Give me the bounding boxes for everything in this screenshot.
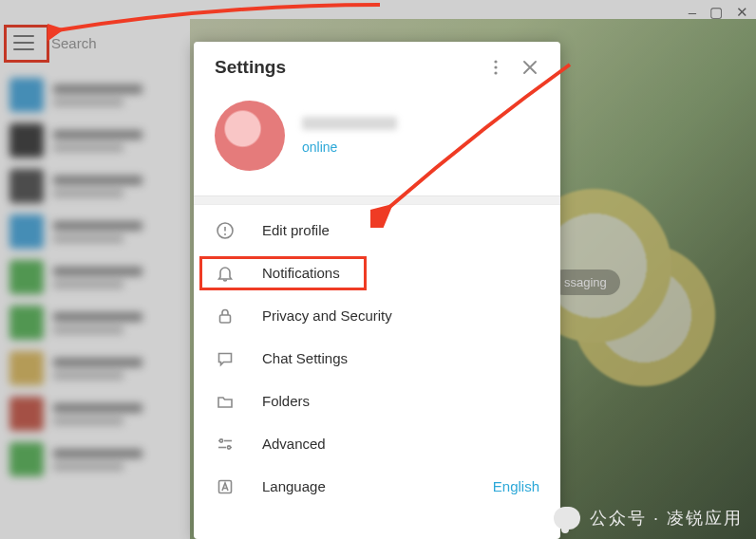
svg-point-0 bbox=[494, 60, 497, 63]
menu-item-label: Advanced bbox=[262, 436, 539, 452]
speech-bubble-icon bbox=[554, 507, 580, 530]
menu-item-label: Chat Settings bbox=[262, 350, 539, 366]
profile-name bbox=[302, 117, 397, 130]
kebab-icon bbox=[494, 60, 498, 75]
privacy-icon bbox=[215, 306, 236, 326]
avatar[interactable] bbox=[215, 101, 285, 171]
menu-item-language[interactable]: LanguageEnglish bbox=[194, 465, 560, 508]
watermark-text: 公众号 · 凌锐应用 bbox=[590, 507, 743, 530]
svg-rect-6 bbox=[220, 315, 231, 323]
menu-item-label: Notifications bbox=[262, 265, 539, 281]
settings-modal: Settings online Edit profileNotification… bbox=[194, 42, 560, 539]
svg-point-10 bbox=[227, 445, 230, 448]
settings-menu: Edit profileNotificationsPrivacy and Sec… bbox=[194, 205, 560, 511]
menu-item-label: Folders bbox=[262, 393, 539, 409]
settings-header: Settings bbox=[194, 42, 560, 93]
menu-item-value: English bbox=[493, 478, 539, 494]
profile-status: online bbox=[302, 139, 397, 155]
svg-point-2 bbox=[494, 71, 497, 74]
more-button[interactable] bbox=[479, 50, 513, 84]
divider bbox=[194, 195, 560, 205]
menu-item-notifications[interactable]: Notifications bbox=[194, 251, 560, 294]
close-icon bbox=[523, 61, 537, 74]
menu-item-privacy[interactable]: Privacy and Security bbox=[194, 294, 560, 337]
svg-point-7 bbox=[219, 438, 222, 441]
menu-item-edit-profile[interactable]: Edit profile bbox=[194, 209, 560, 251]
language-icon bbox=[215, 476, 236, 497]
menu-item-chat-settings[interactable]: Chat Settings bbox=[194, 337, 560, 380]
svg-point-1 bbox=[494, 65, 497, 68]
settings-title: Settings bbox=[215, 57, 479, 78]
watermark: 公众号 · 凌锐应用 bbox=[554, 507, 743, 530]
folders-icon bbox=[215, 391, 236, 412]
menu-item-folders[interactable]: Folders bbox=[194, 380, 560, 422]
menu-item-advanced[interactable]: Advanced bbox=[194, 422, 560, 465]
advanced-icon bbox=[215, 434, 236, 455]
notifications-icon bbox=[215, 263, 236, 284]
profile-info: online bbox=[302, 117, 397, 155]
close-button[interactable] bbox=[513, 50, 547, 84]
edit-profile-icon bbox=[215, 220, 236, 241]
menu-item-label: Edit profile bbox=[262, 222, 539, 238]
chat-settings-icon bbox=[215, 348, 236, 369]
svg-point-5 bbox=[224, 233, 226, 235]
menu-item-label: Language bbox=[262, 478, 466, 494]
profile-section: online bbox=[194, 93, 560, 195]
menu-item-label: Privacy and Security bbox=[262, 307, 539, 324]
